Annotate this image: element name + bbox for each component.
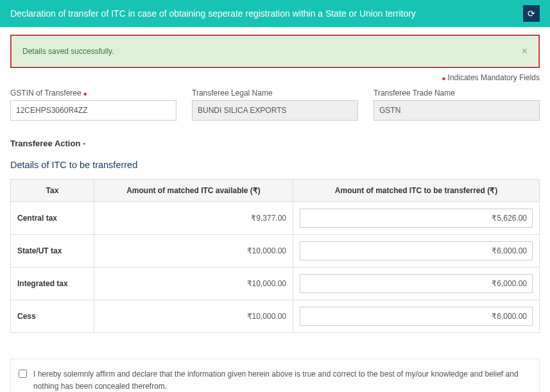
table-row: Central tax ₹9,377.00 <box>11 202 540 235</box>
mandatory-note: • Indicates Mandatory Fields <box>10 73 540 82</box>
available-amount: ₹10,000.00 <box>94 268 293 300</box>
legal-name-label: Transferee Legal Name <box>192 89 358 98</box>
page-title: Declaration of transfer of ITC in case o… <box>10 8 416 19</box>
itc-section-title: Details of ITC to be transferred <box>10 160 540 170</box>
gstin-field-group: GSTIN of Transferee • <box>10 89 176 121</box>
refresh-icon: ⟳ <box>528 8 535 19</box>
trade-name-label: Transferee Trade Name <box>374 89 540 98</box>
tax-label: Integrated tax <box>11 268 94 300</box>
mandatory-text: Indicates Mandatory Fields <box>448 73 540 82</box>
trade-name-field-group: Transferee Trade Name <box>374 89 540 121</box>
transferee-action-heading: Transferee Action - <box>10 139 540 148</box>
mandatory-icon: • <box>442 73 446 84</box>
available-amount: ₹10,000.00 <box>94 300 293 333</box>
transfer-amount-input[interactable] <box>300 307 533 326</box>
table-row: Integrated tax ₹10,000.00 <box>11 268 540 300</box>
alert-container: Details saved successfully. × <box>10 35 540 68</box>
gstin-label: GSTIN of Transferee • <box>10 89 176 98</box>
available-amount: ₹10,000.00 <box>94 235 293 268</box>
tax-label: Cess <box>11 300 94 333</box>
th-transfer: Amount of matched ITC to be transferred … <box>293 180 540 202</box>
trade-name-input <box>374 100 540 121</box>
table-header-row: Tax Amount of matched ITC available (₹) … <box>11 180 540 202</box>
success-alert: Details saved successfully. × <box>12 37 538 66</box>
gstin-input[interactable] <box>10 100 176 121</box>
transferee-form-row: GSTIN of Transferee • Transferee Legal N… <box>10 89 540 121</box>
declaration-box: I hereby solemnly affirm and declare tha… <box>10 359 540 392</box>
tax-label: State/UT tax <box>11 235 94 268</box>
th-tax: Tax <box>11 180 94 202</box>
page-header: Declaration of transfer of ITC in case o… <box>0 0 550 27</box>
th-available: Amount of matched ITC available (₹) <box>94 180 293 202</box>
alert-message: Details saved successfully. <box>22 47 114 56</box>
table-row: State/UT tax ₹10,000.00 <box>11 235 540 268</box>
transfer-amount-input[interactable] <box>300 274 533 293</box>
refresh-button[interactable]: ⟳ <box>523 5 540 22</box>
table-row: Cess ₹10,000.00 <box>11 300 540 333</box>
itc-table: Tax Amount of matched ITC available (₹) … <box>10 179 540 333</box>
close-icon[interactable]: × <box>522 46 528 57</box>
mandatory-icon: • <box>83 89 87 99</box>
declaration-text: I hereby solemnly affirm and declare tha… <box>33 368 531 392</box>
declaration-checkbox[interactable] <box>19 370 27 378</box>
legal-name-input <box>192 100 358 121</box>
tax-label: Central tax <box>11 202 94 235</box>
legal-name-field-group: Transferee Legal Name <box>192 89 358 121</box>
available-amount: ₹9,377.00 <box>94 202 293 235</box>
transfer-amount-input[interactable] <box>300 241 533 260</box>
transfer-amount-input[interactable] <box>300 209 533 228</box>
gstin-label-text: GSTIN of Transferee <box>10 89 82 98</box>
